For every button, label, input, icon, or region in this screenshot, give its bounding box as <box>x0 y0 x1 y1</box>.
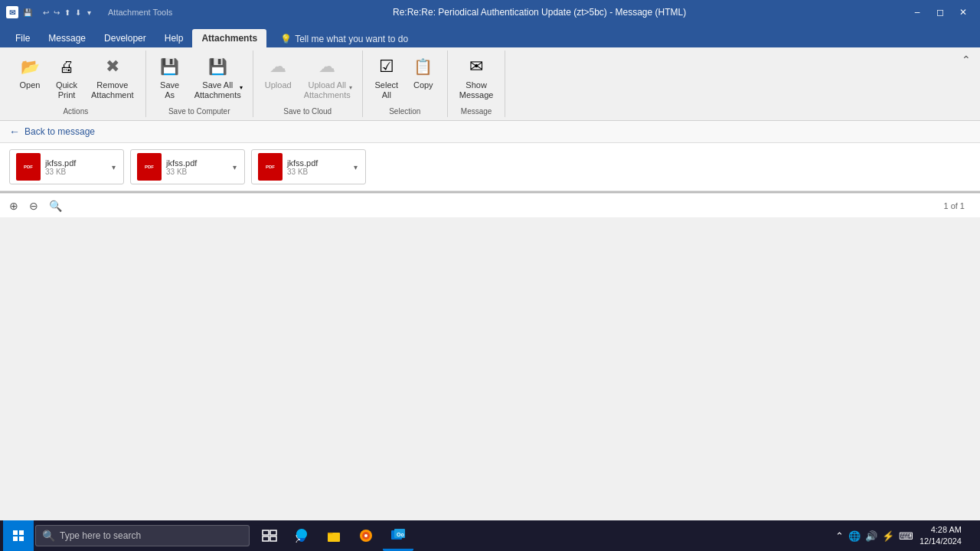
scroll-up-button[interactable]: ▲ <box>969 192 980 193</box>
tab-attachments[interactable]: Attachments <box>192 29 266 47</box>
minimize-button[interactable]: – <box>906 5 928 20</box>
show-message-icon: ✉ <box>464 54 488 79</box>
open-button[interactable]: 📂 Open <box>12 51 47 94</box>
select-all-label: SelectAll <box>374 80 398 100</box>
volume-icon[interactable]: 🔊 <box>865 530 877 542</box>
quick-access-undo[interactable]: ↩ <box>43 8 49 17</box>
open-label: Open <box>20 80 41 90</box>
close-button[interactable]: ✕ <box>952 5 974 20</box>
zoom-out-icon[interactable]: ⊖ <box>26 198 41 214</box>
remove-icon: ✖ <box>100 54 125 79</box>
selection-buttons: ☑ SelectAll 📋 Copy <box>369 51 441 104</box>
attachment-size-0: 33 KB <box>45 168 106 176</box>
remove-attachment-button[interactable]: ✖ RemoveAttachment <box>86 51 139 104</box>
ribbon-group-actions: 📂 Open 🖨 QuickPrint ✖ RemoveAttachment A… <box>6 51 146 117</box>
show-message-button[interactable]: ✉ ShowMessage <box>454 51 499 104</box>
edge-taskbar-button[interactable] <box>286 520 317 551</box>
task-view-button[interactable] <box>254 520 285 551</box>
save-all-attachments-button[interactable]: 💾 Save AllAttachments ▾ <box>189 51 247 104</box>
save-computer-group-label: Save to Computer <box>152 106 247 117</box>
search-icon: 🔍 <box>42 530 55 542</box>
explorer-taskbar-button[interactable] <box>318 520 349 551</box>
tab-file[interactable]: File <box>6 29 39 47</box>
pdf-icon-2: PDF <box>258 153 283 181</box>
save-all-label: Save AllAttachments <box>194 80 241 100</box>
window-title: Re:Re:Re: Periodical Authentication Upda… <box>172 7 906 18</box>
back-arrow-icon: ← <box>9 126 20 138</box>
svg-rect-7 <box>263 536 269 541</box>
open-icon: 📂 <box>18 54 42 79</box>
back-to-message-bar[interactable]: ← Back to message <box>0 121 980 143</box>
ribbon: 📂 Open 🖨 QuickPrint ✖ RemoveAttachment A… <box>0 47 980 121</box>
quick-access-redo[interactable]: ↪ <box>54 8 60 17</box>
select-all-button[interactable]: ☑ SelectAll <box>369 51 404 104</box>
save-as-button[interactable]: 💾 SaveAs <box>152 51 188 104</box>
clock-time: 4:28 AM <box>920 524 962 536</box>
tab-developer[interactable]: Developer <box>95 29 155 47</box>
svg-rect-1 <box>13 530 18 535</box>
copy-button[interactable]: 📋 Copy <box>406 51 441 94</box>
attachment-dropdown-0[interactable]: ▾ <box>110 161 117 173</box>
actions-group-label: Actions <box>12 106 139 117</box>
back-to-message-label: Back to message <box>24 126 95 137</box>
quick-access-save[interactable]: 💾 <box>23 8 32 17</box>
message-group-label: Message <box>454 106 499 117</box>
save-all-dropdown-arrow[interactable]: ▾ <box>240 84 243 91</box>
battery-icon[interactable]: ⚡ <box>882 530 894 542</box>
tab-help[interactable]: Help <box>155 29 193 47</box>
clock-date: 12/14/2024 <box>920 536 962 547</box>
save-cloud-group-label: Save to Cloud <box>260 106 356 117</box>
start-button[interactable] <box>3 520 34 551</box>
svg-point-12 <box>364 534 368 537</box>
attachment-info-2: jkfss.pdf 33 KB <box>287 158 348 176</box>
attachment-name-2: jkfss.pdf <box>287 158 348 168</box>
upload-all-dropdown-arrow[interactable]: ▾ <box>349 84 352 91</box>
selection-group-label: Selection <box>369 106 441 117</box>
quick-print-button[interactable]: 🖨 QuickPrint <box>49 51 84 104</box>
keyboard-icon[interactable]: ⌨ <box>899 530 913 542</box>
tray-arrow[interactable]: ⌃ <box>835 530 844 542</box>
message-buttons: ✉ ShowMessage <box>454 51 499 104</box>
firefox-taskbar-button[interactable] <box>351 520 381 551</box>
attachment-item-1[interactable]: PDF jkfss.pdf 33 KB ▾ <box>130 149 245 184</box>
svg-rect-8 <box>270 536 276 541</box>
zoom-fit-icon[interactable]: ⊕ <box>6 198 21 214</box>
attachment-size-1: 33 KB <box>166 168 227 176</box>
upload-all-button[interactable]: ☁ Upload AllAttachments ▾ <box>299 51 356 104</box>
attachment-dropdown-2[interactable]: ▾ <box>352 161 359 173</box>
copy-icon: 📋 <box>411 54 436 79</box>
taskbar: 🔍 Type here to search <box>0 520 980 551</box>
quick-access-down[interactable]: ⬇ <box>75 8 81 17</box>
network-icon[interactable]: 🌐 <box>848 530 861 542</box>
ribbon-group-message: ✉ ShowMessage Message <box>448 51 506 117</box>
search-pdf-icon[interactable]: 🔍 <box>46 198 65 214</box>
outlook-taskbar-button[interactable]: Oo <box>383 520 413 551</box>
upload-button[interactable]: ☁ Upload <box>260 51 297 94</box>
preview-area: ① ▲ ▼ ANY RUN <box>0 191 980 193</box>
title-bar-left: ✉ 💾 ↩ ↪ ⬆ ⬇ ▾ Attachment Tools <box>6 6 172 18</box>
ribbon-tabs-bar: File Message Developer Help Attachments … <box>0 24 980 47</box>
svg-rect-6 <box>270 530 276 535</box>
attachment-item-0[interactable]: PDF jkfss.pdf 33 KB ▾ <box>9 149 124 184</box>
ribbon-context-label: Attachment Tools <box>108 8 172 17</box>
tell-me-bar[interactable]: 💡 Tell me what you want to do <box>273 31 416 47</box>
system-clock[interactable]: 4:28 AM 12/14/2024 <box>920 524 962 548</box>
restore-button[interactable]: ◻ <box>929 5 951 20</box>
upload-all-icon: ☁ <box>315 54 339 79</box>
collapse-ribbon-button[interactable]: ⌃ <box>959 51 974 117</box>
tab-message[interactable]: Message <box>39 29 95 47</box>
taskbar-search[interactable]: 🔍 Type here to search <box>35 525 250 546</box>
attachment-list: PDF jkfss.pdf 33 KB ▾ PDF jkfss.pdf 33 K… <box>0 143 980 191</box>
quick-access-up[interactable]: ⬆ <box>64 8 70 17</box>
bottom-toolbar-left: ⊕ ⊖ 🔍 <box>6 198 65 214</box>
svg-text:Oo: Oo <box>397 532 404 537</box>
upload-icon: ☁ <box>266 54 290 79</box>
remove-attachment-label: RemoveAttachment <box>91 80 134 100</box>
save-all-icon: 💾 <box>205 54 230 79</box>
attachment-info-1: jkfss.pdf 33 KB <box>166 158 227 176</box>
taskbar-apps: Oo <box>254 520 413 551</box>
attachment-dropdown-1[interactable]: ▾ <box>231 161 238 173</box>
attachment-item-2[interactable]: PDF jkfss.pdf 33 KB ▾ <box>251 149 366 184</box>
quick-access-customize[interactable]: ▾ <box>87 8 91 17</box>
taskbar-right: ⌃ 🌐 🔊 ⚡ ⌨ 4:28 AM 12/14/2024 <box>835 524 977 548</box>
